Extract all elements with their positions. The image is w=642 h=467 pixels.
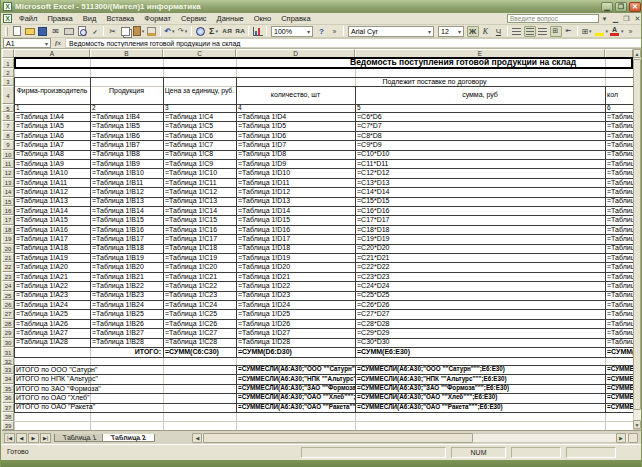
cell-r9-b[interactable]: =Таблица 1!B7 xyxy=(92,140,163,149)
sheet-close-icon[interactable]: ✕ xyxy=(632,15,642,23)
cell-r29-d[interactable]: =Таблица 1!D27 xyxy=(238,328,355,337)
cell-r14-e[interactable]: =C14*D14 xyxy=(357,187,605,196)
row-header-19[interactable]: 19 xyxy=(2,234,14,243)
cell-summary-d-33[interactable]: =СУММЕСЛИ(A6:A30;"ООО ""Сатурн""";D6:D30… xyxy=(238,365,355,374)
merge-center-icon[interactable]: ⊞ xyxy=(550,26,562,37)
cell-r10-d[interactable]: =Таблица 1!D8 xyxy=(238,150,355,159)
row-header-9[interactable]: 9 xyxy=(2,140,14,149)
cell-number-row[interactable]: 1 xyxy=(16,104,90,112)
row-header-11[interactable]: 11 xyxy=(2,159,14,168)
italic-button[interactable]: К xyxy=(480,26,492,37)
cell-r21-e[interactable]: =C21*D21 xyxy=(357,253,605,262)
hscroll-right-icon[interactable]: ▶ xyxy=(616,433,626,443)
cell-r21-d[interactable]: =Таблица 1!D19 xyxy=(238,253,355,262)
format-painter-icon[interactable] xyxy=(146,26,158,37)
row-header-25[interactable]: 25 xyxy=(2,291,14,300)
cell-r26-f[interactable]: =Таблиц xyxy=(607,300,633,309)
cell-r14-c[interactable]: =Таблица 1!C12 xyxy=(165,187,236,196)
cell-r28-c[interactable]: =Таблица 1!C26 xyxy=(165,319,236,328)
cell-itogo-f[interactable]: =СУММ( xyxy=(607,347,633,357)
cell-r17-d[interactable]: =Таблица 1!D15 xyxy=(238,215,355,224)
cell-r26-e[interactable]: =C26*D26 xyxy=(357,300,605,309)
decrease-indent-icon[interactable]: ⇤ xyxy=(563,26,575,37)
cell-r18-b[interactable]: =Таблица 1!B16 xyxy=(92,225,163,234)
row-header-21[interactable]: 21 xyxy=(2,253,14,262)
help-icon[interactable]: ? xyxy=(316,26,328,37)
cell-r25-f[interactable]: =Таблиц xyxy=(607,291,633,300)
cell-itogo-d[interactable]: =СУММ(D6:D30) xyxy=(238,347,355,357)
zoom-combo[interactable]: 100%▾ xyxy=(271,26,313,37)
name-box[interactable]: A1 ▾ xyxy=(3,38,51,48)
cell-r11-a[interactable]: =Таблица 1!A9 xyxy=(16,159,90,168)
cell-r13-f[interactable]: =Таблиц xyxy=(607,178,633,187)
font-size-combo[interactable]: 12▾ xyxy=(438,26,464,37)
cell-r22-b[interactable]: =Таблица 1!B20 xyxy=(92,262,163,271)
prev-sheet-button[interactable]: ◀ xyxy=(16,433,27,443)
cell-r24-b[interactable]: =Таблица 1!B22 xyxy=(92,281,163,290)
cell-summary-e-35[interactable]: =СУММЕСЛИ(A6:A30;"ЗАО ""Формоза""";E6:E3… xyxy=(357,384,605,393)
cell-r20-a[interactable]: =Таблица 1!A18 xyxy=(16,244,90,253)
row-header-20[interactable]: 20 xyxy=(2,244,14,253)
cell-r12-f[interactable]: =Таблиц xyxy=(607,168,633,177)
row-header-39[interactable]: 39 xyxy=(2,421,14,430)
cell-r26-d[interactable]: =Таблица 1!D24 xyxy=(238,300,355,309)
cell-number-row[interactable]: 4 xyxy=(238,104,355,112)
cell-r24-c[interactable]: =Таблица 1!C22 xyxy=(165,281,236,290)
cell-r18-f[interactable]: =Таблиц xyxy=(607,225,633,234)
cell-header-f[interactable]: кол xyxy=(607,86,633,104)
cell-summary-f-36[interactable]: =СУММЕ xyxy=(607,393,633,402)
sheet-tab-2[interactable]: Таблица 2 xyxy=(102,434,155,442)
cell-r23-e[interactable]: =C23*D23 xyxy=(357,272,605,281)
cell-r28-a[interactable]: =Таблица 1!A26 xyxy=(16,319,90,328)
next-sheet-button[interactable]: ▶ xyxy=(28,433,39,443)
align-center-icon[interactable] xyxy=(524,26,536,37)
row-header-34[interactable]: 34 xyxy=(2,374,14,383)
row-header-22[interactable]: 22 xyxy=(2,262,14,271)
cell-summary-label-35[interactable]: ИТОГО по ЗАО "Формоза" xyxy=(16,384,236,393)
cell-r13-b[interactable]: =Таблица 1!B11 xyxy=(92,178,163,187)
align-right-icon[interactable] xyxy=(537,26,549,37)
cell-summary-e-33[interactable]: =СУММЕСЛИ(A6:A30;"ООО ""Сатурн""";E6:E30… xyxy=(357,365,605,374)
cell-r7-e[interactable]: =C7*D7 xyxy=(357,121,605,130)
cell-r15-a[interactable]: =Таблица 1!A13 xyxy=(16,197,90,206)
cell-r16-a[interactable]: =Таблица 1!A14 xyxy=(16,206,90,215)
open-folder-icon[interactable] xyxy=(24,26,36,37)
borders-icon[interactable]: ⊞▾ xyxy=(581,26,593,37)
row-header-18[interactable]: 18 xyxy=(2,225,14,234)
row-header-4[interactable]: 4 xyxy=(2,86,14,104)
cell-summary-f-37[interactable]: =СУММЕ xyxy=(607,403,633,412)
row-header-2[interactable]: 2 xyxy=(2,68,14,77)
cell-r15-c[interactable]: =Таблица 1!C13 xyxy=(165,197,236,206)
cell-r28-f[interactable]: =Таблиц xyxy=(607,319,633,328)
cell-number-row[interactable]: 2 xyxy=(92,104,163,112)
cell-r22-e[interactable]: =C22*D22 xyxy=(357,262,605,271)
cell-summary-label-36[interactable]: ИТОГО по ОАО "Хлеб" xyxy=(16,393,236,402)
menu-data[interactable]: Данные xyxy=(212,13,249,24)
row-header-17[interactable]: 17 xyxy=(2,215,14,224)
cell-r13-a[interactable]: =Таблица 1!A11 xyxy=(16,178,90,187)
cell-r12-c[interactable]: =Таблица 1!C10 xyxy=(165,168,236,177)
cell-r28-e[interactable]: =C28*D28 xyxy=(357,319,605,328)
paste-icon[interactable]: ▾ xyxy=(133,26,145,37)
cell-r23-a[interactable]: =Таблица 1!A21 xyxy=(16,272,90,281)
copy-icon[interactable] xyxy=(120,26,132,37)
cell-r15-b[interactable]: =Таблица 1!B13 xyxy=(92,197,163,206)
row-header-10[interactable]: 10 xyxy=(2,150,14,159)
cell-summary-label-33[interactable]: ИТОГО по ООО "Сатурн" xyxy=(16,365,236,374)
row-header-5[interactable]: 5 xyxy=(2,104,14,112)
cell-r17-b[interactable]: =Таблица 1!B15 xyxy=(92,215,163,224)
cell-r9-a[interactable]: =Таблица 1!A7 xyxy=(16,140,90,149)
cell-r25-d[interactable]: =Таблица 1!D23 xyxy=(238,291,355,300)
cell-summary-e-36[interactable]: =СУММЕСЛИ(A6:A30;"ОАО ""Хлеб""";E6:E30) xyxy=(357,393,605,402)
vscroll-thumb[interactable] xyxy=(633,59,641,410)
cell-r19-f[interactable]: =Таблиц xyxy=(607,234,633,243)
cell-r11-e[interactable]: =C11*D11 xyxy=(357,159,605,168)
menu-file[interactable]: Файл xyxy=(14,13,42,24)
cell-number-row[interactable]: 6 xyxy=(607,104,633,112)
cell-r13-d[interactable]: =Таблица 1!D11 xyxy=(238,178,355,187)
cell-r11-f[interactable]: =Таблиц xyxy=(607,159,633,168)
cell-summary-label-37[interactable]: ИТОГО по ОАО "Ракета" xyxy=(16,403,236,412)
cell-r24-e[interactable]: =C24*D24 xyxy=(357,281,605,290)
cell-r19-d[interactable]: =Таблица 1!D17 xyxy=(238,234,355,243)
align-left-icon[interactable] xyxy=(511,26,523,37)
